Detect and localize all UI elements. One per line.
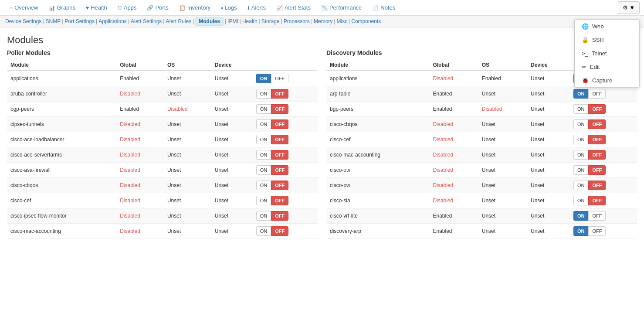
nav-item-overview[interactable]: ○Overview (4, 0, 43, 15)
toggle-off-button[interactable]: OFF (271, 135, 288, 144)
toggle-on-button[interactable]: ON (256, 104, 271, 114)
toggle-on-button[interactable]: ON (256, 196, 271, 205)
secondary-nav-item-processors[interactable]: Processors (284, 18, 310, 24)
secondary-nav-item-health[interactable]: Health (242, 18, 258, 24)
menu-item-web[interactable]: 🌐Web (575, 20, 639, 33)
module-toggle-cell: ONOFF (570, 117, 637, 132)
nav-item-ports[interactable]: 🔗Ports (142, 0, 173, 15)
nav-separator: | (259, 18, 260, 24)
nav-item-inventory[interactable]: 📋Inventory (174, 0, 216, 15)
nav-label: Health (91, 4, 107, 11)
menu-item-telnet[interactable]: >_Telnet (575, 47, 639, 60)
toggle-off-button[interactable]: OFF (588, 165, 606, 175)
toggle-on-button[interactable]: ON (573, 211, 589, 221)
toggle-off-button[interactable]: OFF (588, 226, 606, 236)
toggle-on-button[interactable]: ON (573, 196, 589, 205)
secondary-nav-item-snmp[interactable]: SNMP (46, 18, 61, 24)
secondary-nav-item-alert-rules[interactable]: Alert Rules (166, 18, 191, 24)
gear-button[interactable]: ⚙ ▼ (618, 1, 640, 14)
toggle-on-button[interactable]: ON (573, 119, 589, 129)
toggle-off-button[interactable]: OFF (271, 226, 288, 236)
toggle-on-button[interactable]: ON (573, 89, 589, 99)
secondary-nav-active[interactable]: Modules (195, 17, 224, 26)
nav-item-alert-stats[interactable]: 📈Alert Stats (271, 0, 316, 15)
toggle-off-button[interactable]: OFF (271, 181, 288, 190)
nav-item-logs[interactable]: ▪Logs (216, 0, 242, 15)
toggle-on-button[interactable]: ON (256, 165, 271, 175)
toggle-off-button[interactable]: OFF (588, 150, 606, 160)
secondary-nav-item-storage[interactable]: Storage (261, 18, 280, 24)
nav-separator: | (281, 18, 282, 24)
module-toggle-cell: ONOFF (253, 132, 318, 147)
toggle-off-button[interactable]: OFF (588, 135, 606, 144)
toggle-on-button[interactable]: ON (573, 104, 589, 114)
toggle-on-button[interactable]: ON (256, 89, 271, 99)
toggle-off-button[interactable]: OFF (588, 196, 606, 205)
table-row: discovery-arpEnabledUnsetUnsetONOFF (326, 224, 637, 239)
toggle-off-button[interactable]: OFF (271, 119, 288, 129)
toggle-on-button[interactable]: ON (256, 119, 271, 129)
toggle-on-button[interactable]: ON (256, 181, 271, 190)
poller-table: ModuleGlobalOSDevice applicationsEnabled… (7, 60, 318, 239)
page-title: Modules (7, 34, 637, 46)
toggle-off-button[interactable]: OFF (271, 74, 288, 83)
secondary-nav-item-applications[interactable]: Applications (98, 18, 127, 24)
secondary-nav-item-ipmi[interactable]: IPMI (227, 18, 238, 24)
module-global: Disabled (429, 193, 478, 208)
toggle-on-button[interactable]: ON (573, 165, 589, 175)
secondary-nav-item-memory[interactable]: Memory (314, 18, 332, 24)
module-os: Unset (478, 208, 527, 224)
menu-item-capture[interactable]: 🐞Capture (575, 74, 639, 87)
menu-item-ssh[interactable]: 🔒SSH (575, 33, 639, 47)
toggle-off-button[interactable]: OFF (271, 196, 288, 205)
table-row: cipsec-tunnelsDisabledUnsetUnsetONOFF (7, 117, 318, 132)
toggle-on-button[interactable]: ON (573, 181, 589, 190)
toggle-off-button[interactable]: OFF (271, 104, 288, 114)
secondary-nav-item-alert-settings[interactable]: Alert Settings (131, 18, 162, 24)
toggle-on-button[interactable]: ON (573, 150, 589, 160)
module-os: Unset (164, 208, 211, 224)
nav-item-notes[interactable]: 📄Notes (367, 0, 400, 15)
menu-item-edit[interactable]: ✏Edit (575, 60, 639, 74)
toggle-wrap: ONOFF (256, 119, 287, 129)
nav-icon: 📊 (48, 5, 55, 11)
secondary-nav-item-components[interactable]: Components (351, 18, 381, 24)
toggle-off-button[interactable]: OFF (271, 211, 288, 221)
nav-item-performance[interactable]: 📉Performance (316, 0, 367, 15)
module-global: Disabled (429, 71, 478, 86)
col-header-os: OS (164, 60, 211, 71)
nav-item-health[interactable]: ♥Health (81, 0, 112, 15)
table-row: cisco-cefDisabledUnsetUnsetONOFF (7, 193, 318, 208)
nav-item-graphs[interactable]: 📊Graphs (43, 0, 81, 15)
toggle-off-button[interactable]: OFF (588, 89, 606, 99)
toggle-wrap: ONOFF (573, 211, 604, 221)
toggle-off-button[interactable]: OFF (588, 181, 606, 190)
nav-item-alerts[interactable]: ℹAlerts (242, 0, 271, 15)
toggle-on-button[interactable]: ON (573, 135, 589, 144)
nav-separator: | (334, 18, 335, 24)
secondary-nav-item-device-settings[interactable]: Device Settings (5, 18, 41, 24)
toggle-off-button[interactable]: OFF (588, 211, 606, 221)
module-device: Unset (211, 178, 253, 193)
module-name: arp-table (326, 86, 429, 102)
toggle-off-button[interactable]: OFF (271, 89, 288, 99)
toggle-on-button[interactable]: ON (256, 211, 271, 221)
nav-icon: ℹ (247, 5, 250, 11)
secondary-nav-item-misc[interactable]: Misc (336, 18, 347, 24)
toggle-on-button[interactable]: ON (256, 135, 271, 144)
toggle-off-button[interactable]: OFF (588, 119, 606, 129)
toggle-on-button[interactable]: ON (256, 74, 271, 83)
toggle-off-button[interactable]: OFF (271, 150, 288, 160)
secondary-nav-item-port-settings[interactable]: Port Settings (64, 18, 95, 24)
table-row: aruba-controllerDisabledUnsetUnsetONOFF (7, 86, 318, 102)
nav-separator: | (193, 18, 194, 24)
col-header-module: Module (7, 60, 116, 71)
toggle-on-button[interactable]: ON (256, 226, 271, 236)
toggle-off-button[interactable]: OFF (588, 104, 606, 114)
toggle-off-button[interactable]: OFF (271, 165, 288, 175)
nav-item-apps[interactable]: ⬡Apps (112, 0, 142, 15)
col-header-global: Global (429, 60, 478, 71)
toggle-on-button[interactable]: ON (573, 226, 589, 236)
module-os: Unset (478, 147, 527, 163)
toggle-on-button[interactable]: ON (256, 150, 271, 160)
